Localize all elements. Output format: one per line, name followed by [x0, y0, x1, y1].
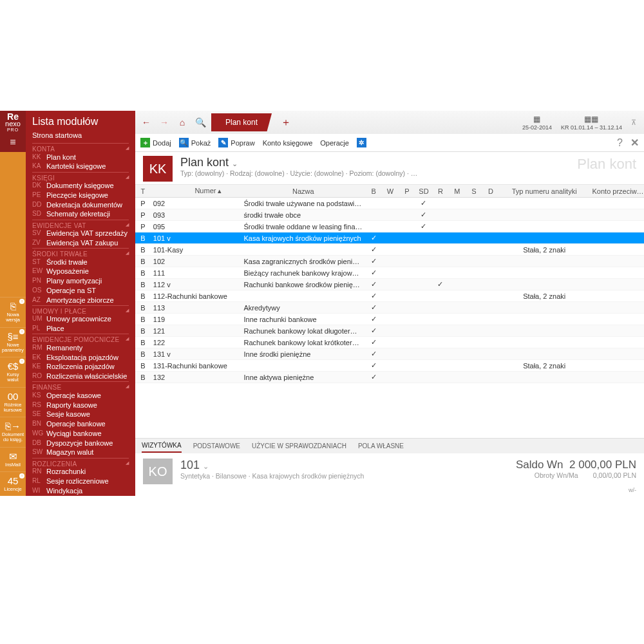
- add-button[interactable]: ＋Dodaj: [140, 138, 171, 147]
- sidebar-item[interactable]: EWWyposażenie: [32, 267, 129, 277]
- table-row[interactable]: B111Bieżący rachunek bankowy krajowyc…✓: [135, 267, 644, 279]
- table-row[interactable]: B119Inne rachunki bankowe✓: [135, 314, 644, 325]
- table-row[interactable]: B 112-Rachunki bankowe✓Stała, 2 znaki: [135, 290, 644, 302]
- sidebar-group-head[interactable]: EWIDENCJE VAT◢: [32, 220, 129, 229]
- search-icon[interactable]: 🔍: [193, 115, 207, 129]
- table-row[interactable]: B131 vInne środki pieniężne✓: [135, 348, 644, 360]
- pin-icon[interactable]: ⊼: [631, 118, 640, 127]
- forward-icon[interactable]: →: [157, 115, 171, 129]
- sidebar-item[interactable]: PLPłace: [32, 325, 129, 334]
- table-row[interactable]: B132Inne aktywa pieniężne✓: [135, 372, 644, 383]
- rail-item[interactable]: ⎘Nowa wersja!: [0, 297, 26, 327]
- table-row[interactable]: P093środki trwałe obce✓: [135, 209, 644, 221]
- tab-card[interactable]: WIZYTÓWKA: [142, 439, 182, 453]
- sidebar-item[interactable]: OSOperacje na ST: [32, 286, 129, 296]
- rail-item[interactable]: 00Różnice kursowe: [0, 387, 26, 417]
- sidebar-item[interactable]: DBDyspozycje bankowe: [32, 439, 129, 448]
- search-icon: 🔍: [179, 138, 189, 147]
- home-icon[interactable]: ⌂: [175, 115, 189, 129]
- table-row[interactable]: B112 vRachunki bankowe środków pieniężn……: [135, 279, 644, 290]
- rail-item-icon: €$: [8, 361, 19, 371]
- table-row[interactable]: B113Akredytywy✓: [135, 302, 644, 314]
- sidebar-group-head[interactable]: ŚRODKI TRWAŁE◢: [32, 248, 129, 258]
- detail-title[interactable]: 101 ⌄: [180, 459, 364, 472]
- tab-custom-fields[interactable]: POLA WŁASNE: [358, 440, 404, 452]
- sidebar-item[interactable]: SWMagazyn walut: [32, 448, 129, 458]
- sidebar-group-head[interactable]: UMOWY I PŁACE◢: [32, 305, 129, 315]
- col-s: S: [466, 185, 482, 198]
- close-icon[interactable]: ✕: [630, 137, 639, 149]
- col-w: W: [382, 185, 399, 198]
- sidebar-item[interactable]: BNOperacje bankowe: [32, 420, 129, 430]
- sidebar-group-head[interactable]: KSIĘGI◢: [32, 172, 129, 182]
- sidebar-item[interactable]: WGWyciągi bankowe: [32, 429, 129, 439]
- calendar-icon: ▦: [533, 115, 540, 124]
- table-row[interactable]: B 131-Rachunki bankowe✓Stała, 2 znaki: [135, 360, 644, 372]
- rail-item[interactable]: ✉InsMail: [0, 447, 26, 471]
- sidebar-item[interactable]: RSRaporty kasowe: [32, 401, 129, 410]
- table-row[interactable]: P092Środki trwałe używane na podstawie…✓: [135, 198, 644, 209]
- rail-item[interactable]: §≡Nowe parametry!: [0, 327, 26, 357]
- sidebar-item[interactable]: WIWindykacja: [32, 486, 129, 496]
- obroty-line: Obroty Wn/Ma 0,00/0,00 PLN: [516, 471, 636, 479]
- settings-button[interactable]: ✲: [357, 138, 366, 147]
- sidebar-item[interactable]: KERozliczenia pojazdów: [32, 363, 129, 372]
- table-row[interactable]: B102Kasa zagranicznych środków pienięż…✓: [135, 256, 644, 267]
- sidebar-item[interactable]: RORozliczenia właścicielskie: [32, 372, 129, 382]
- add-tab-icon[interactable]: ＋: [276, 116, 296, 129]
- active-tab[interactable]: Plan kont: [211, 113, 272, 131]
- account-menu[interactable]: Konto księgowe: [263, 139, 313, 147]
- sidebar-group-head[interactable]: EWIDENCJE POMOCNICZE◢: [32, 334, 129, 343]
- sidebar-group-head[interactable]: ROZLICZENIA◢: [32, 458, 129, 468]
- sidebar-item[interactable]: PNPlany amortyzacji: [32, 277, 129, 287]
- period-display[interactable]: ▦▦ KR 01.01.14 – 31.12.14: [561, 115, 622, 131]
- rail-item[interactable]: ⎘→Dokument do księg.: [0, 417, 26, 447]
- sidebar-group-head[interactable]: KONTA◢: [32, 143, 129, 153]
- sidebar-item[interactable]: RLSesje rozliczeniowe: [32, 477, 129, 486]
- col-analytics-type: Typ numeru analityki: [499, 185, 590, 198]
- sidebar-item[interactable]: SESesje kasowe: [32, 410, 129, 420]
- help-icon[interactable]: ?: [617, 137, 623, 149]
- sidebar-item[interactable]: AZAmortyzacje zbiorcze: [32, 296, 129, 305]
- sidebar-item[interactable]: UMUmowy pracownicze: [32, 315, 129, 325]
- table-row[interactable]: B 101-Kasy✓Stała, 2 znaki: [135, 244, 644, 256]
- sidebar-item[interactable]: SVEwidencja VAT sprzedaży: [32, 229, 129, 239]
- sidebar-item[interactable]: KSOperacje kasowe: [32, 391, 129, 401]
- show-button[interactable]: 🔍Pokaż: [179, 138, 211, 147]
- sidebar-item[interactable]: DKDokumenty księgowe: [32, 182, 129, 191]
- table-header-row[interactable]: T Numer ▴ Nazwa B W P SD R M S D Typ num…: [135, 185, 644, 198]
- filter-summary[interactable]: Typ: (dowolny) · Rodzaj: (dowolne) · Uży…: [180, 169, 417, 177]
- tab-reports[interactable]: UŻYCIE W SPRAWOZDANIACH: [252, 440, 346, 452]
- date-display[interactable]: ▦ 25-02-2014: [522, 115, 552, 131]
- tab-basic[interactable]: PODSTAWOWE: [193, 440, 240, 452]
- table-row[interactable]: B122Rachunek bankowy lokat krótkoterm…✓: [135, 337, 644, 348]
- sidebar-item[interactable]: STŚrodki trwałe: [32, 258, 129, 267]
- count-icon: 45: [8, 476, 19, 486]
- operations-menu[interactable]: Operacje: [320, 139, 349, 147]
- sidebar-item[interactable]: ZVEwidencja VAT zakupu: [32, 238, 129, 248]
- table-row[interactable]: P095Środki trwałe oddane w leasing finan…: [135, 221, 644, 232]
- rail-item[interactable]: €$Kursy walut!: [0, 357, 26, 387]
- sidebar-item[interactable]: EKEksploatacja pojazdów: [32, 353, 129, 363]
- sidebar-item[interactable]: DDDekretacja dokumentów: [32, 200, 129, 210]
- rail-licenses[interactable]: 45 Licencje !: [0, 471, 26, 496]
- table-row[interactable]: B121Rachunek bankowy lokat długotermi…✓: [135, 325, 644, 337]
- chevron-down-icon: ⌄: [232, 160, 238, 167]
- table-wrap[interactable]: T Numer ▴ Nazwa B W P SD R M S D Typ num…: [135, 184, 644, 438]
- back-icon[interactable]: ←: [139, 115, 153, 129]
- sidebar-item[interactable]: KKPlan kont: [32, 153, 129, 162]
- sidebar-item[interactable]: KAKartoteki księgowe: [32, 162, 129, 172]
- sidebar-item[interactable]: SDSchematy dekretacji: [32, 210, 129, 220]
- col-b: B: [365, 185, 382, 198]
- view-title[interactable]: Plan kont ⌄: [180, 156, 417, 169]
- sidebar-group-head[interactable]: FINANSE◢: [32, 381, 129, 391]
- sidebar-item[interactable]: RMRemanenty: [32, 343, 129, 353]
- sidebar-item[interactable]: RNRozrachunki: [32, 468, 129, 477]
- sidebar-item[interactable]: PEPieczęcie księgowe: [32, 191, 129, 200]
- table-row[interactable]: B101 vKasa krajowych środków pieniężnych…: [135, 232, 644, 244]
- menu-icon[interactable]: ≡: [0, 133, 26, 152]
- sidebar-home[interactable]: Strona startowa: [26, 130, 135, 143]
- col-name: Nazwa: [241, 185, 365, 198]
- fix-button[interactable]: ✎Popraw: [218, 138, 254, 147]
- app-root: Re nexo PRO ≡ ⎘Nowa wersja!§≡Nowe parame…: [0, 111, 644, 496]
